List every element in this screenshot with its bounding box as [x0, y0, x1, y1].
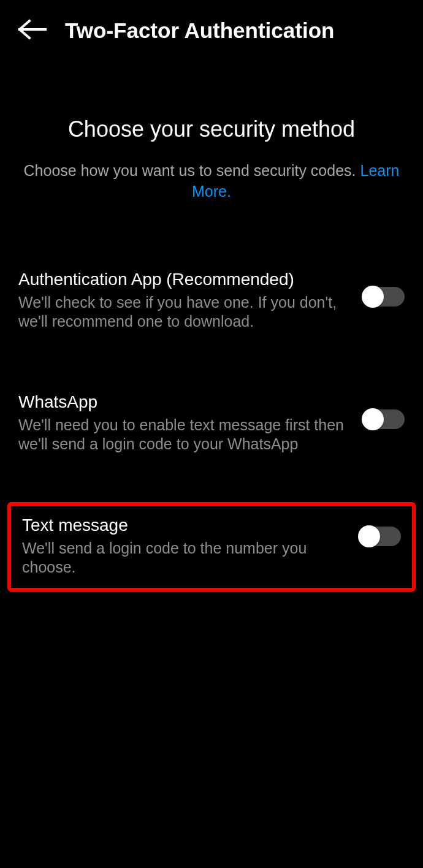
header: Two-Factor Authentication: [0, 0, 423, 61]
options-list: Authentication App (Recommended) We'll c…: [0, 202, 423, 592]
option-text: Authentication App (Recommended) We'll c…: [18, 270, 363, 332]
toggle-knob: [362, 408, 384, 430]
option-text-message[interactable]: Text message We'll send a login code to …: [7, 502, 416, 592]
option-text: WhatsApp We'll need you to enable text m…: [18, 392, 363, 454]
option-desc: We'll send a login code to the number yo…: [22, 539, 347, 577]
hero-title: Choose your security method: [18, 116, 405, 142]
option-title: Authentication App (Recommended): [18, 270, 351, 289]
toggle-whatsapp[interactable]: [363, 409, 405, 429]
back-button[interactable]: [17, 18, 47, 43]
option-text: Text message We'll send a login code to …: [22, 516, 359, 577]
option-whatsapp[interactable]: WhatsApp We'll need you to enable text m…: [0, 379, 423, 468]
hero-subtitle: Choose how you want us to send security …: [18, 161, 405, 202]
toggle-text-message[interactable]: [359, 527, 401, 546]
hero-section: Choose your security method Choose how y…: [0, 61, 423, 202]
page-title: Two-Factor Authentication: [65, 18, 334, 43]
option-desc: We'll check to see if you have one. If y…: [18, 293, 351, 332]
hero-subtitle-text: Choose how you want us to send security …: [24, 162, 356, 179]
toggle-knob: [362, 286, 384, 308]
option-title: Text message: [22, 516, 347, 535]
option-desc: We'll need you to enable text message fi…: [18, 416, 351, 454]
option-title: WhatsApp: [18, 392, 351, 412]
option-authentication-app[interactable]: Authentication App (Recommended) We'll c…: [0, 256, 423, 345]
toggle-authentication-app[interactable]: [363, 287, 405, 306]
arrow-left-icon: [17, 18, 47, 40]
toggle-knob: [358, 525, 380, 547]
